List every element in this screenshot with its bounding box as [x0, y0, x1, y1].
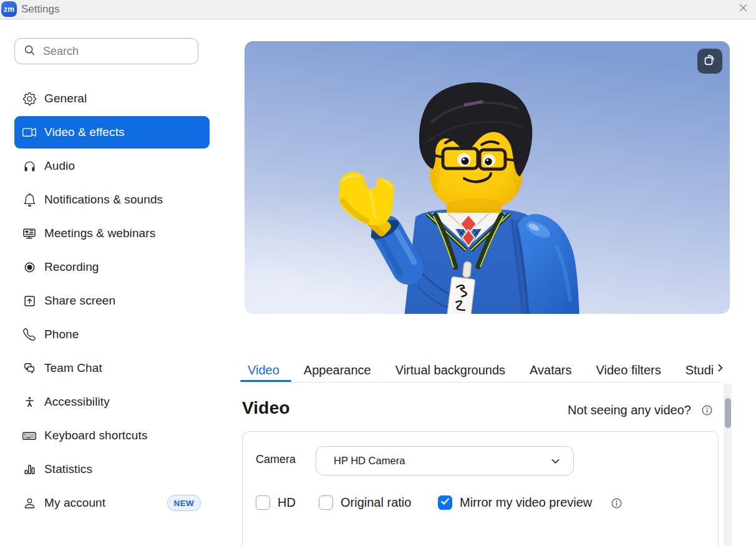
- tab-appearance[interactable]: Appearance: [291, 358, 383, 382]
- square-arrow-up-icon: [22, 294, 36, 308]
- user-icon: [22, 496, 36, 510]
- sidebar-item-statistics[interactable]: Statistics: [14, 453, 210, 485]
- lego-minifigure-illustration: [245, 41, 730, 314]
- gear-icon: [22, 92, 36, 105]
- camera-select[interactable]: HP HD Camera: [316, 446, 574, 475]
- info-icon[interactable]: [611, 497, 623, 509]
- zoom-logo: zm: [1, 1, 17, 17]
- sidebar-item-label: Keyboard shortcuts: [44, 429, 148, 442]
- tab-video-filters[interactable]: Video filters: [584, 358, 673, 382]
- mirror-video-checkbox-label: Mirror my video preview: [460, 495, 592, 510]
- sidebar-item-label: Audio: [44, 159, 75, 173]
- sidebar-item-meetings[interactable]: Meetings & webinars: [14, 217, 210, 250]
- bar-chart-icon: [22, 462, 36, 476]
- sidebar-item-audio[interactable]: Audio: [14, 150, 210, 182]
- sidebar-item-label: Share screen: [44, 294, 115, 308]
- close-icon: [738, 2, 749, 16]
- sidebar-item-share-screen[interactable]: Share screen: [14, 285, 210, 317]
- accessibility-person-icon: [22, 395, 36, 409]
- new-badge: NEW: [167, 495, 201, 511]
- tab-virtual-backgrounds[interactable]: Virtual backgrounds: [383, 358, 517, 382]
- camera-label: Camera: [256, 453, 296, 466]
- sidebar-item-video-effects[interactable]: Video & effects: [14, 116, 210, 149]
- settings-window: zm Settings Search General Video &: [0, 0, 756, 546]
- sidebar-item-general[interactable]: General: [14, 82, 210, 115]
- chat-bubbles-icon: [22, 361, 36, 375]
- sidebar-item-team-chat[interactable]: Team Chat: [14, 352, 210, 384]
- bell-icon: [22, 193, 36, 207]
- hd-checkbox[interactable]: [256, 495, 270, 510]
- search-icon: [23, 44, 36, 59]
- headphones-icon: [22, 159, 36, 173]
- section-title: Video: [242, 398, 290, 418]
- record-circle-icon: [22, 260, 36, 274]
- mirror-video-checkbox-group[interactable]: Mirror my video preview: [438, 495, 592, 510]
- search-input[interactable]: Search: [14, 38, 198, 64]
- sidebar-item-notifications[interactable]: Notifications & sounds: [14, 183, 210, 216]
- rotate-square-icon: [702, 52, 717, 70]
- search-placeholder: Search: [43, 45, 79, 58]
- sidebar-item-label: Statistics: [44, 462, 92, 476]
- tab-avatars[interactable]: Avatars: [518, 358, 584, 382]
- original-ratio-checkbox-group[interactable]: Original ratio: [319, 495, 411, 510]
- chevron-down-icon: [550, 455, 561, 467]
- tab-video[interactable]: Video: [240, 358, 291, 382]
- original-ratio-checkbox[interactable]: [319, 495, 333, 510]
- no-video-help[interactable]: Not seeing any video?: [568, 403, 713, 417]
- title-bar: zm Settings: [0, 0, 756, 20]
- sidebar-nav: General Video & effects Audio Notificati…: [14, 82, 210, 520]
- close-button[interactable]: [734, 0, 752, 17]
- sidebar-item-label: Recording: [44, 260, 99, 274]
- mirror-video-checkbox[interactable]: [438, 495, 452, 510]
- keyboard-icon: [22, 429, 36, 442]
- sidebar-item-label: Video & effects: [44, 125, 125, 139]
- sidebar-item-label: Meetings & webinars: [44, 227, 155, 240]
- sidebar-item-label: Team Chat: [44, 361, 102, 375]
- tabs-scroll-right-button[interactable]: [713, 361, 727, 377]
- sidebar-item-label: Accessibility: [44, 395, 110, 409]
- sidebar-item-recording[interactable]: Recording: [14, 251, 210, 283]
- info-icon[interactable]: [701, 404, 713, 416]
- sidebar-item-accessibility[interactable]: Accessibility: [14, 386, 210, 418]
- sidebar-item-label: My account: [44, 496, 105, 510]
- rotate-preview-button[interactable]: [697, 49, 722, 74]
- sidebar-item-phone[interactable]: Phone: [14, 318, 210, 351]
- hd-checkbox-group[interactable]: HD: [256, 495, 296, 510]
- video-camera-icon: [22, 125, 36, 139]
- original-ratio-checkbox-label: Original ratio: [341, 495, 411, 510]
- sidebar-item-label: Phone: [44, 328, 79, 341]
- scrollbar-thumb[interactable]: [725, 398, 731, 428]
- hd-checkbox-label: HD: [278, 495, 296, 510]
- phone-handset-icon: [22, 328, 36, 341]
- sidebar-item-keyboard-shortcuts[interactable]: Keyboard shortcuts: [14, 419, 210, 452]
- sidebar-item-label: General: [44, 92, 87, 105]
- sidebar-item-label: Notifications & sounds: [44, 193, 163, 207]
- camera-select-value: HP HD Camera: [334, 455, 405, 467]
- window-title: Settings: [21, 0, 59, 19]
- sidebar-item-my-account[interactable]: My account NEW: [14, 487, 210, 519]
- preview-tabs: Video Appearance Virtual backgrounds Ava…: [240, 358, 722, 383]
- monitor-grid-icon: [22, 227, 36, 240]
- camera-preview: [245, 41, 730, 314]
- checkmark-icon: [440, 496, 450, 509]
- chevron-right-icon: [715, 363, 725, 376]
- no-video-help-text: Not seeing any video?: [568, 403, 691, 417]
